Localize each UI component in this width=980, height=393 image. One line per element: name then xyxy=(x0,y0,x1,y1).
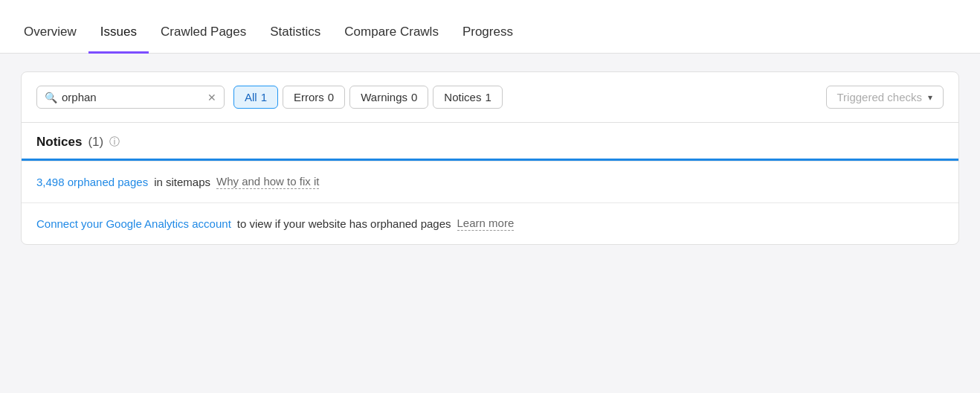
notices-section-header: Notices (1) ⓘ xyxy=(22,122,958,159)
filter-all-button[interactable]: All 1 xyxy=(233,86,278,109)
search-icon: 🔍 xyxy=(45,92,57,103)
clear-icon[interactable]: ✕ xyxy=(207,92,216,103)
nav-compare-crawls[interactable]: Compare Crawls xyxy=(332,25,451,54)
issue-row-orphaned-pages: 3,498 orphaned pages in sitemaps Why and… xyxy=(22,161,958,202)
info-icon[interactable]: ⓘ xyxy=(109,135,120,149)
filter-warnings-button[interactable]: Warnings 0 xyxy=(349,86,428,109)
main-content: 🔍 ✕ All 1 Errors 0 Warnings 0 Noti xyxy=(0,54,980,263)
filter-errors-button[interactable]: Errors 0 xyxy=(283,86,345,109)
filter-buttons: All 1 Errors 0 Warnings 0 Notices 1 xyxy=(233,86,503,109)
filter-errors-count: 0 xyxy=(328,91,334,103)
filter-notices-count: 1 xyxy=(485,91,491,103)
search-box: 🔍 ✕ xyxy=(36,86,225,109)
chevron-down-icon: ▾ xyxy=(928,92,932,103)
notices-title: Notices xyxy=(36,135,82,150)
nav-issues[interactable]: Issues xyxy=(88,25,149,54)
filter-warnings-label: Warnings xyxy=(361,91,407,103)
triggered-checks-button[interactable]: Triggered checks ▾ xyxy=(826,86,944,109)
nav-crawled-pages[interactable]: Crawled Pages xyxy=(149,25,258,54)
search-input[interactable] xyxy=(62,91,203,103)
filter-errors-label: Errors xyxy=(294,91,324,103)
orphaned-pages-description: in sitemaps xyxy=(154,176,210,188)
filter-bar: 🔍 ✕ All 1 Errors 0 Warnings 0 Noti xyxy=(22,72,958,122)
issue-row-connect-analytics: Connect your Google Analytics account to… xyxy=(22,202,958,244)
nav-overview[interactable]: Overview xyxy=(18,25,88,54)
learn-more-link[interactable]: Learn more xyxy=(457,217,515,231)
filter-all-label: All xyxy=(245,91,257,103)
filter-all-count: 1 xyxy=(261,91,267,103)
orphaned-pages-link[interactable]: 3,498 orphaned pages xyxy=(36,176,148,188)
why-fix-link[interactable]: Why and how to fix it xyxy=(216,175,319,189)
filter-notices-button[interactable]: Notices 1 xyxy=(433,86,502,109)
notices-count: (1) xyxy=(88,135,103,150)
filter-notices-label: Notices xyxy=(444,91,481,103)
issues-card: 🔍 ✕ All 1 Errors 0 Warnings 0 Noti xyxy=(21,71,959,245)
connect-analytics-description: to view if your website has orphaned pag… xyxy=(237,217,451,230)
triggered-checks-label: Triggered checks xyxy=(837,91,923,103)
filter-warnings-count: 0 xyxy=(411,91,417,103)
connect-analytics-link[interactable]: Connect your Google Analytics account xyxy=(36,217,231,230)
top-nav: Overview Issues Crawled Pages Statistics… xyxy=(0,0,980,54)
nav-statistics[interactable]: Statistics xyxy=(258,25,332,54)
nav-progress[interactable]: Progress xyxy=(451,25,525,54)
